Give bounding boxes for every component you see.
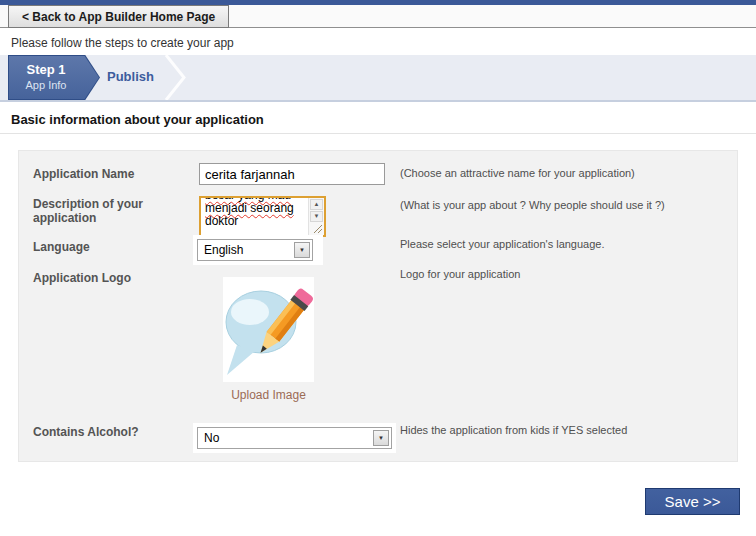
speech-bubble-pencil-icon	[223, 277, 314, 382]
app-name-input[interactable]	[199, 163, 385, 185]
description-textarea[interactable]: besar yang mau menjadi seorang doktor ▲ …	[199, 196, 326, 237]
dropdown-arrow-icon[interactable]: ▼	[294, 242, 310, 258]
resize-grip-icon[interactable]	[312, 223, 323, 234]
scroll-down-icon[interactable]: ▼	[310, 211, 323, 222]
description-hint: (What is your app about ? Why people sho…	[400, 199, 730, 212]
tab-publish[interactable]: Publish	[107, 69, 154, 84]
tab-step1-title: Step 1	[9, 62, 83, 77]
language-selected-value: English	[204, 243, 243, 257]
app-name-label: Application Name	[33, 167, 193, 181]
tab-step1-subtitle: App Info	[9, 79, 83, 91]
logo-hint: Logo for your application	[400, 268, 730, 281]
upload-image-link[interactable]: Upload Image	[223, 388, 314, 402]
form-panel: Application Name (Choose an attractive n…	[18, 150, 738, 462]
alcohol-select[interactable]: No ▼	[197, 427, 392, 449]
logo-label: Application Logo	[33, 271, 193, 285]
alcohol-selected-value: No	[204, 431, 219, 445]
language-label: Language	[33, 240, 193, 254]
app-name-hint: (Choose an attractive name for your appl…	[400, 167, 730, 180]
section-divider	[0, 133, 756, 134]
alcohol-select-wrap: No ▼	[193, 423, 396, 453]
back-to-home-button[interactable]: < Back to App Builder Home Page	[8, 5, 229, 28]
chevron-separator-icon	[158, 55, 192, 100]
language-select[interactable]: English ▼	[197, 239, 313, 261]
scroll-up-icon[interactable]: ▲	[310, 199, 323, 210]
textarea-scrollbar[interactable]: ▲ ▼	[308, 198, 324, 235]
tab-step1[interactable]: Step 1 App Info	[8, 55, 100, 100]
description-label: Description of your application	[33, 197, 193, 225]
description-line-2: doktor	[205, 215, 307, 228]
step-tab-bar: Step 1 App Info Publish	[0, 55, 756, 102]
save-button[interactable]: Save >>	[645, 488, 740, 515]
dropdown-arrow-icon[interactable]: ▼	[373, 430, 389, 446]
page-title: Basic information about your application	[11, 112, 264, 127]
app-builder-screen: < Back to App Builder Home Page Please f…	[0, 0, 756, 536]
tab-step1-body: Step 1 App Info	[9, 56, 99, 99]
language-select-wrap: English ▼	[193, 235, 323, 265]
alcohol-label: Contains Alcohol?	[33, 425, 193, 439]
steps-instruction: Please follow the steps to create your a…	[11, 36, 234, 50]
language-hint: Please select your application's languag…	[400, 238, 730, 251]
app-logo-image	[223, 277, 314, 382]
alcohol-hint: Hides the application from kids if YES s…	[400, 424, 730, 437]
description-text: besar yang mau menjadi seorang doktor	[205, 198, 307, 235]
